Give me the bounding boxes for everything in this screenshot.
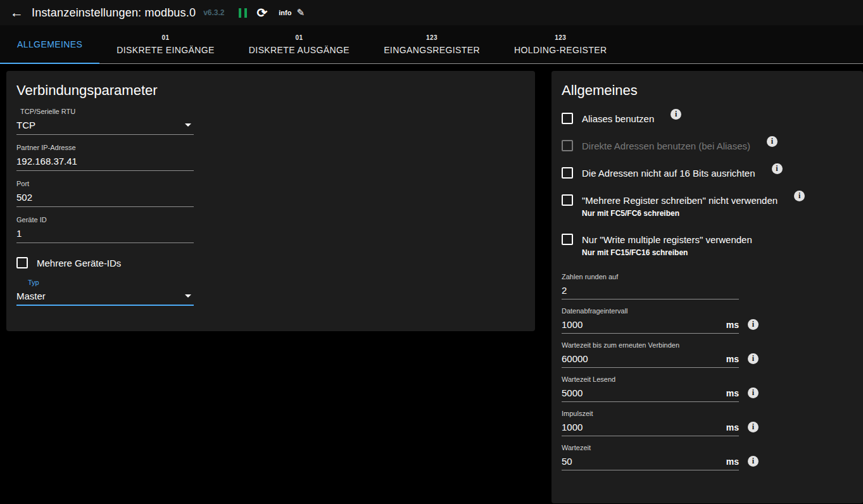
tab-label: DISKRETE EINGÄNGE	[117, 45, 215, 55]
info-icon[interactable]: i	[748, 422, 759, 432]
direct-addresses-checkbox	[562, 140, 573, 151]
direct-addresses-group: Direkte Adressen benutzen (bei Aliases) …	[562, 140, 853, 151]
settings-content: Verbindungsparameter TCP/Serielle RTU TC…	[0, 64, 863, 503]
unit-label: ms	[726, 457, 739, 467]
app-bar: ← Instanzeinstellungen: modbus.0 v6.3.2 …	[0, 0, 863, 25]
use-aliases-label: Aliases benutzen	[582, 113, 654, 124]
use-aliases-row: Aliases benutzen i	[562, 113, 853, 124]
poll-interval-value: 1000	[562, 319, 583, 330]
read-timeout-input[interactable]: 5000 ms	[562, 387, 739, 402]
partner-ip-field: Partner IP-Adresse 192.168.37.41	[16, 144, 194, 171]
no-write-multiple-row: "Mehrere Register schreiben" nicht verwe…	[562, 194, 853, 206]
read-timeout-label: Wartezeit Lesend	[562, 375, 739, 383]
back-icon[interactable]: ←	[10, 5, 32, 20]
tab-label: ALLGEMEINES	[17, 39, 82, 49]
tab-diskrete-eingaenge[interactable]: 01 DISKRETE EINGÄNGE	[99, 25, 232, 63]
connection-card-title: Verbindungsparameter	[16, 82, 525, 99]
reconnect-time-field: Wartezeit bis zum erneuten Verbinden 600…	[562, 341, 853, 368]
use-aliases-checkbox[interactable]	[562, 113, 573, 124]
device-id-label: Geräte ID	[16, 216, 194, 224]
tab-eingangsregister[interactable]: 123 EINGANGSREGISTER	[367, 25, 497, 63]
info-icon[interactable]: i	[671, 109, 681, 120]
no-write-multiple-hint: Nur mit FC5/FC6 schreiben	[582, 209, 853, 218]
port-value: 502	[16, 192, 32, 203]
pulse-time-label: Impulszeit	[562, 410, 739, 417]
connection-parameters-card: Verbindungsparameter TCP/Serielle RTU TC…	[6, 71, 535, 331]
info-icon[interactable]: i	[748, 353, 759, 364]
no-write-multiple-group: "Mehrere Register schreiben" nicht verwe…	[562, 194, 853, 218]
connection-type-select-field: TCP/Serielle RTU TCP	[16, 108, 194, 135]
unit-label: ms	[726, 422, 739, 432]
info-icon[interactable]: i	[794, 191, 805, 201]
info-icon[interactable]: i	[772, 163, 783, 174]
info-icon[interactable]: i	[748, 319, 759, 330]
device-id-input[interactable]: 1	[16, 228, 194, 243]
multiple-device-ids-label: Mehrere Geräte-IDs	[37, 258, 121, 268]
port-field: Port 502	[16, 180, 194, 207]
refresh-icon[interactable]: ⟳	[257, 6, 268, 19]
tab-badge: 01	[296, 34, 303, 41]
direct-addresses-row: Direkte Adressen benutzen (bei Aliases) …	[562, 140, 853, 151]
tab-diskrete-ausgaenge[interactable]: 01 DISKRETE AUSGÄNGE	[232, 25, 367, 63]
device-id-field: Geräte ID 1	[16, 216, 194, 243]
no-align-16bit-label: Die Adressen nicht auf 16 Bits ausrichte…	[582, 168, 755, 179]
no-write-multiple-checkbox[interactable]	[562, 194, 573, 206]
reconnect-time-value: 60000	[562, 353, 588, 364]
partner-ip-label: Partner IP-Adresse	[16, 144, 194, 151]
no-write-multiple-label: "Mehrere Register schreiben" nicht verwe…	[582, 195, 778, 206]
wait-time-field: Wartezeit 50 ms i	[562, 444, 853, 470]
only-write-multiple-checkbox[interactable]	[562, 234, 573, 245]
port-label: Port	[16, 180, 194, 187]
unit-label: ms	[726, 388, 739, 398]
poll-interval-input[interactable]: 1000 ms	[562, 319, 739, 334]
partner-ip-input[interactable]: 192.168.37.41	[16, 156, 194, 171]
port-input[interactable]: 502	[16, 192, 194, 207]
pulse-time-value: 1000	[562, 422, 583, 432]
use-aliases-group: Aliases benutzen i	[562, 113, 853, 124]
adapter-version: v6.3.2	[203, 8, 224, 17]
connection-type-value: TCP	[16, 120, 35, 130]
pulse-time-field: Impulszeit 1000 ms i	[562, 410, 853, 436]
direct-addresses-label: Direkte Adressen benutzen (bei Aliases)	[582, 141, 750, 151]
page-title: Instanzeinstellungen: modbus.0	[32, 6, 196, 20]
no-align-16bit-group: Die Adressen nicht auf 16 Bits ausrichte…	[562, 167, 853, 179]
pulse-time-input[interactable]: 1000 ms	[562, 422, 739, 436]
tab-badge: 01	[162, 34, 170, 41]
reconnect-time-label: Wartezeit bis zum erneuten Verbinden	[562, 341, 739, 349]
connection-type-label: TCP/Serielle RTU	[20, 108, 194, 115]
device-id-value: 1	[16, 228, 22, 239]
only-write-multiple-group: Nur "Write multiple registers" verwenden…	[562, 234, 853, 257]
round-numbers-input[interactable]: 2	[562, 285, 739, 299]
partner-ip-value: 192.168.37.41	[16, 156, 77, 167]
tab-label: EINGANGSREGISTER	[384, 45, 480, 55]
tab-label: HOLDING-REGISTER	[514, 45, 607, 55]
round-numbers-field: Zahlen runden auf 2	[562, 273, 853, 299]
instance-info-label: info	[279, 9, 291, 16]
tab-badge: 123	[426, 34, 438, 41]
only-write-multiple-hint: Nur mit FC15/FC16 schreiben	[582, 248, 853, 257]
role-select[interactable]: Master	[16, 291, 194, 306]
poll-interval-field: Datenabfrageintervall 1000 ms i	[562, 307, 853, 334]
connection-type-select[interactable]: TCP	[16, 120, 194, 135]
chevron-down-icon	[185, 294, 191, 298]
wait-time-input[interactable]: 50 ms	[562, 456, 739, 470]
no-align-16bit-checkbox[interactable]	[562, 167, 573, 179]
pause-icon[interactable]	[239, 8, 247, 18]
tab-allgemeines[interactable]: ALLGEMEINES	[0, 25, 99, 63]
multiple-device-ids-row: Mehrere Geräte-IDs	[16, 257, 525, 268]
wait-time-label: Wartezeit	[562, 444, 739, 451]
general-card-title: Allgemeines	[562, 82, 853, 99]
round-numbers-value: 2	[562, 285, 567, 296]
role-value: Master	[16, 291, 46, 301]
general-settings-card: Allgemeines Aliases benutzen i Direkte A…	[551, 71, 863, 503]
info-icon[interactable]: i	[748, 387, 759, 398]
edit-icon[interactable]: ✎	[296, 7, 305, 18]
info-icon[interactable]: i	[748, 456, 759, 467]
wait-time-value: 50	[562, 456, 572, 467]
reconnect-time-input[interactable]: 60000 ms	[562, 353, 739, 368]
multiple-device-ids-checkbox[interactable]	[16, 257, 28, 268]
poll-interval-label: Datenabfrageintervall	[562, 307, 739, 315]
round-numbers-label: Zahlen runden auf	[562, 273, 739, 280]
tab-holding-register[interactable]: 123 HOLDING-REGISTER	[497, 25, 624, 63]
info-icon[interactable]: i	[767, 136, 778, 147]
